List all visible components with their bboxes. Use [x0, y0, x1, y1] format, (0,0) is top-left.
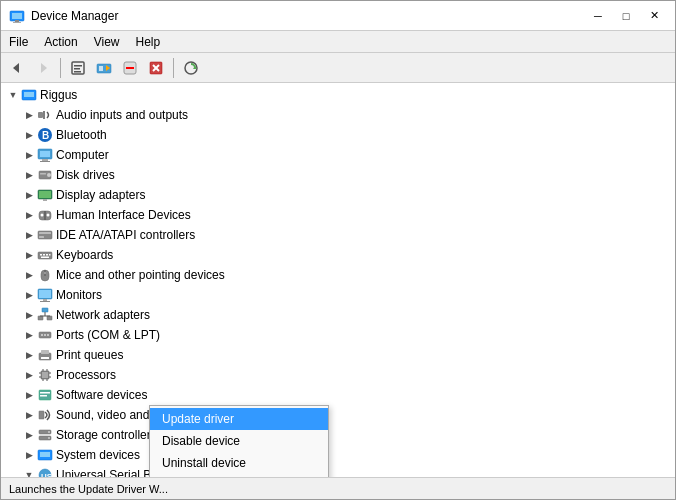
context-uninstall-label: Uninstall device	[162, 456, 246, 470]
close-button[interactable]: ✕	[641, 6, 667, 26]
svg-marker-4	[13, 63, 19, 73]
svg-rect-80	[40, 395, 47, 397]
expand-arrow: ▶	[21, 187, 37, 203]
list-item[interactable]: ▶ Sound, video and game controllers	[1, 405, 675, 425]
svg-rect-7	[74, 65, 82, 67]
tree-panel[interactable]: ▼ Riggus ▶ Audio input	[1, 83, 675, 477]
print-icon	[37, 347, 53, 363]
tree-root[interactable]: ▼ Riggus	[1, 85, 675, 105]
item-label: Monitors	[56, 288, 102, 302]
software-icon	[37, 387, 53, 403]
list-item[interactable]: ▶ Display adapters	[1, 185, 675, 205]
menu-action[interactable]: Action	[36, 32, 85, 52]
list-item[interactable]: ▼ USB Universal Serial Bus controllers	[1, 465, 675, 477]
list-item[interactable]: ▶ IDE ATA/ATAPI controllers	[1, 225, 675, 245]
svg-marker-5	[41, 63, 47, 73]
item-label: Print queues	[56, 348, 123, 362]
storage-icon	[37, 427, 53, 443]
expand-arrow: ▶	[21, 147, 37, 163]
context-disable-device[interactable]: Disable device	[150, 430, 328, 452]
expand-arrow: ▶	[21, 227, 37, 243]
svg-point-85	[48, 437, 50, 439]
svg-rect-67	[41, 357, 49, 359]
menu-file[interactable]: File	[1, 32, 36, 52]
list-item[interactable]: ▶ Human Interface Devices	[1, 205, 675, 225]
menu-help[interactable]: Help	[128, 32, 169, 52]
maximize-button[interactable]: □	[613, 6, 639, 26]
minimize-button[interactable]: ─	[585, 6, 611, 26]
expand-arrow: ▶	[21, 287, 37, 303]
svg-rect-69	[42, 372, 48, 378]
context-update-driver[interactable]: Update driver	[150, 408, 328, 430]
status-bar: Launches the Update Driver W...	[1, 477, 675, 499]
list-item[interactable]: ▶ Monitors	[1, 285, 675, 305]
expand-arrow: ▶	[21, 207, 37, 223]
list-item[interactable]: ▶ Storage controllers	[1, 425, 675, 445]
list-item[interactable]: ▶ Ports (COM & LPT)	[1, 325, 675, 345]
svg-rect-41	[39, 236, 44, 238]
forward-button[interactable]	[31, 56, 55, 80]
svg-rect-8	[74, 68, 80, 70]
content-area: ▼ Riggus ▶ Audio input	[1, 83, 675, 477]
root-label: Riggus	[40, 88, 77, 102]
expand-arrow: ▶	[21, 327, 37, 343]
context-disable-label: Disable device	[162, 434, 240, 448]
svg-rect-55	[42, 308, 48, 312]
port-icon	[37, 327, 53, 343]
title-bar-controls: ─ □ ✕	[585, 6, 667, 26]
menu-view[interactable]: View	[86, 32, 128, 52]
uninstall-button[interactable]	[144, 56, 168, 80]
network-icon	[37, 307, 53, 323]
list-item[interactable]: ▶ Mice and other pointing devices	[1, 265, 675, 285]
expand-arrow: ▼	[21, 467, 37, 477]
svg-rect-40	[39, 232, 51, 234]
list-item[interactable]: ▶ Disk drives	[1, 165, 675, 185]
list-item[interactable]: ▶ Keyboards	[1, 245, 675, 265]
list-item[interactable]: ▶ Processors	[1, 365, 675, 385]
list-item[interactable]: ▶ B Bluetooth	[1, 125, 675, 145]
monitor-icon	[37, 287, 53, 303]
svg-rect-44	[43, 254, 45, 256]
list-item[interactable]: ▶ Audio inputs and outputs	[1, 105, 675, 125]
title-bar-left: Device Manager	[9, 8, 118, 24]
expand-arrow: ▶	[21, 107, 37, 123]
item-label: Storage controllers	[56, 428, 157, 442]
svg-rect-3	[13, 22, 21, 23]
scan-hardware-button[interactable]	[179, 56, 203, 80]
list-item[interactable]: ▶ System devices	[1, 445, 675, 465]
expand-arrow: ▶	[21, 347, 37, 363]
disk-icon	[37, 167, 53, 183]
context-uninstall-device[interactable]: Uninstall device	[150, 452, 328, 474]
list-item[interactable]: ▶ Computer	[1, 145, 675, 165]
list-item[interactable]: ▶ Print queues	[1, 345, 675, 365]
svg-text:B: B	[42, 130, 49, 141]
expand-arrow: ▶	[21, 307, 37, 323]
item-label: Keyboards	[56, 248, 113, 262]
svg-rect-56	[38, 316, 43, 320]
list-item[interactable]: ▶ Software devices	[1, 385, 675, 405]
expand-arrow: ▶	[21, 367, 37, 383]
mouse-icon	[37, 267, 53, 283]
svg-rect-45	[46, 254, 48, 256]
title-bar: Device Manager ─ □ ✕	[1, 1, 675, 31]
svg-rect-38	[44, 211, 46, 220]
svg-rect-21	[24, 92, 34, 97]
svg-text:USB: USB	[41, 472, 53, 477]
back-button[interactable]	[5, 56, 29, 80]
keyboard-icon	[37, 247, 53, 263]
svg-rect-2	[15, 20, 19, 22]
svg-rect-31	[40, 173, 46, 175]
svg-rect-66	[41, 350, 49, 354]
expand-arrow: ▶	[21, 267, 37, 283]
update-driver-button[interactable]	[92, 56, 116, 80]
svg-point-84	[48, 431, 50, 433]
ide-icon	[37, 227, 53, 243]
usb-icon: USB	[37, 467, 53, 477]
item-label: Human Interface Devices	[56, 208, 191, 222]
properties-button[interactable]	[66, 56, 90, 80]
item-label: Processors	[56, 368, 116, 382]
svg-rect-33	[39, 191, 51, 198]
item-label: Mice and other pointing devices	[56, 268, 225, 282]
disable-button[interactable]	[118, 56, 142, 80]
list-item[interactable]: ▶ Network adapters	[1, 305, 675, 325]
